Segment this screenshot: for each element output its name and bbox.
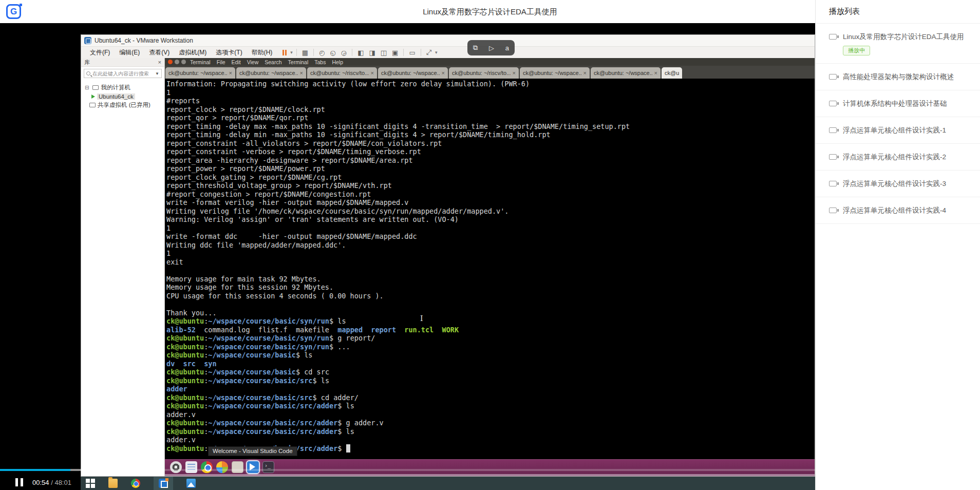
window-close-icon[interactable] (168, 60, 173, 64)
video-player[interactable]: Ubuntu64_ck - VMware Workstation 文件(F)编辑… (0, 23, 815, 490)
terminal-text-segment: adder.v (166, 436, 196, 444)
snapshot-take-icon[interactable]: ◴ (316, 49, 327, 56)
thumbnail-bar-icon[interactable]: ◨ (366, 49, 378, 56)
snapshot-manager-icon[interactable]: ◶ (338, 49, 349, 56)
tab-close-icon[interactable]: × (371, 70, 374, 76)
terminal-tab[interactable]: ck@ubuntu: ~/wspace...× (591, 67, 661, 79)
tab-close-icon[interactable]: × (583, 70, 587, 76)
terminal-line: 1 (166, 224, 815, 233)
vmware-menu-item[interactable]: 查看(V) (144, 48, 174, 57)
site-logo-icon[interactable]: G (6, 4, 21, 19)
translate-icon[interactable]: a (505, 44, 509, 52)
search-input[interactable] (92, 71, 155, 77)
collapse-icon[interactable]: ⊟ (85, 85, 89, 90)
free-stretch-icon[interactable]: ▣ (389, 49, 401, 56)
chrome-icon[interactable] (201, 461, 213, 473)
close-icon[interactable]: × (158, 59, 161, 65)
app-grid-icon[interactable] (216, 461, 228, 473)
terminal-text-segment: Thank you... (166, 309, 217, 317)
terminal-menu-item[interactable]: Search (261, 59, 285, 65)
vmware-menu-item[interactable]: 虚拟机(M) (174, 48, 211, 57)
playlist-item-content: 浮点运算单元核心组件设计实践-2 (843, 152, 946, 162)
terminal-tab[interactable]: ck@ubuntu: ~/riscv/to...× (307, 67, 377, 79)
library-search[interactable]: ▼ (84, 69, 162, 78)
tree-item-my-computer[interactable]: ⊟ 我的计算机 (83, 83, 162, 92)
terminal-menu-item[interactable]: Help (329, 59, 346, 65)
terminal-app-icon[interactable] (262, 461, 274, 473)
terminal-menu-item[interactable]: File (214, 59, 229, 65)
dropdown-caret-icon[interactable]: ▾ (434, 50, 439, 55)
terminal-text-segment: ck@ubuntu (166, 419, 204, 427)
terminal-tab[interactable]: ck@ubuntu: ~/wspace...× (378, 67, 448, 79)
console-view-icon[interactable]: ◫ (378, 49, 389, 56)
playlist-item[interactable]: Linux及常用数字芯片设计EDA工具使用播放中 (816, 24, 980, 64)
terminal-text-segment: ~/wspace/course/basic/src/adder (208, 427, 337, 436)
tree-item-vm-ubuntu64[interactable]: Ubuntu64_ck (90, 92, 162, 101)
playlist-item[interactable]: 高性能处理器架构与微架构设计概述 (816, 64, 980, 90)
vmware-menu-item[interactable]: 选项卡(T) (211, 48, 247, 57)
playlist-item[interactable]: 浮点运算单元核心组件设计实践-3 (816, 171, 980, 197)
dropdown-caret-icon[interactable]: ▾ (289, 50, 294, 55)
tab-close-icon[interactable]: × (442, 70, 445, 76)
window-maximize-icon[interactable] (181, 60, 186, 64)
ctrl-alt-del-icon[interactable]: ▦ (299, 49, 311, 56)
vmware-body: 库 × ▼ ⊟ 我的计算机 (81, 58, 815, 476)
progress-bar[interactable] (0, 469, 815, 471)
vmware-menu-item[interactable]: 帮助(H) (247, 48, 277, 57)
chevron-down-icon[interactable]: ▼ (155, 71, 159, 76)
terminal-text-segment: write -format verilog -hier -output mapp… (166, 198, 408, 206)
vmware-menu-item[interactable]: 文件(F) (85, 48, 115, 57)
tab-close-icon[interactable]: × (654, 70, 657, 76)
terminal-output[interactable]: Information: Propagating switching activ… (165, 79, 815, 459)
terminal-line: report_qor > report/$DNAME/qor.rpt (166, 114, 815, 122)
tab-close-icon[interactable]: × (513, 70, 516, 76)
terminal-menu-item[interactable]: Terminal (187, 59, 214, 65)
vscode-icon[interactable] (247, 461, 259, 473)
tab-label: ck@ubuntu: ~/wspace... (239, 70, 298, 76)
file-explorer-icon[interactable] (108, 479, 118, 488)
snapshot-revert-icon[interactable]: ◵ (328, 49, 338, 56)
terminal-tab[interactable]: ck@ubuntu: ~/riscv/to...× (449, 67, 519, 79)
browser-icon[interactable] (170, 461, 182, 473)
playlist-item[interactable]: 计算机体系结构中处理器设计基础 (816, 90, 980, 117)
playlist-item[interactable]: 浮点运算单元核心组件设计实践-4 (816, 197, 980, 224)
library-header: 库 × (81, 58, 164, 67)
active-task-highlight[interactable] (154, 477, 173, 490)
terminal-menu-item[interactable]: Edit (229, 59, 244, 65)
pause-button[interactable] (280, 50, 289, 55)
vmware-icon[interactable] (159, 479, 168, 488)
vmware-menu-items: 文件(F)编辑(E)查看(V)虚拟机(M)选项卡(T)帮助(H) (85, 48, 277, 57)
terminal-line: report_clock > report/$DNAME/clock.rpt (166, 105, 815, 114)
library-tree: ⊟ 我的计算机 Ubuntu64_ck 共享虚拟机 (已弃用) (81, 80, 164, 112)
vmware-menu-item[interactable]: 编辑(E) (115, 48, 144, 57)
tab-close-icon[interactable]: × (300, 70, 303, 76)
terminal-tab[interactable]: ck@ubuntu: ~/wspace...× (236, 67, 306, 79)
terminal-tab[interactable]: ck@ub (662, 67, 682, 79)
start-button[interactable] (86, 479, 95, 488)
window-minimize-icon[interactable] (175, 60, 179, 64)
tree-item-shared-vms[interactable]: 共享虚拟机 (已弃用) (87, 101, 162, 109)
file-manager-icon[interactable] (232, 461, 243, 473)
terminal-tab[interactable]: ck@ubuntu: ~/wspace...× (165, 67, 235, 79)
terminal-menu-item[interactable]: Terminal (285, 59, 312, 65)
text-editor-icon[interactable] (185, 461, 197, 473)
chrome-icon[interactable] (131, 479, 140, 488)
terminal-text-segment (346, 444, 350, 453)
console-icon[interactable]: ▭ (406, 49, 418, 56)
terminal-tab[interactable]: ck@ubuntu: ~/wspace...× (520, 67, 590, 79)
terminal-menu-item[interactable]: View (244, 59, 262, 65)
pause-button[interactable] (15, 478, 23, 486)
playlist-item[interactable]: 浮点运算单元核心组件设计实践-2 (816, 144, 980, 171)
tab-close-icon[interactable]: × (229, 70, 232, 76)
run-capture-icon[interactable]: ▷ (489, 44, 494, 52)
terminal-line: ck@ubuntu:~/wspace/course/basic/src$ ls (166, 376, 815, 385)
terminal-line: report_constraint -verbose > report/$DNA… (166, 147, 815, 156)
playlist-item[interactable]: 浮点运算单元核心组件设计实践-1 (816, 117, 980, 144)
window-capture-icon[interactable]: ⧉ (473, 44, 478, 52)
library-panel-icon[interactable]: ◧ (355, 49, 366, 56)
floating-toolbar[interactable]: ⧉▷a (467, 40, 515, 55)
photos-icon[interactable] (186, 479, 196, 488)
fullscreen-icon[interactable]: ⤢ (424, 48, 434, 56)
terminal-menu-item[interactable]: Tabs (311, 59, 329, 65)
terminal-line: ck@ubuntu:~/wspace/course/basic$ ls (166, 351, 815, 360)
